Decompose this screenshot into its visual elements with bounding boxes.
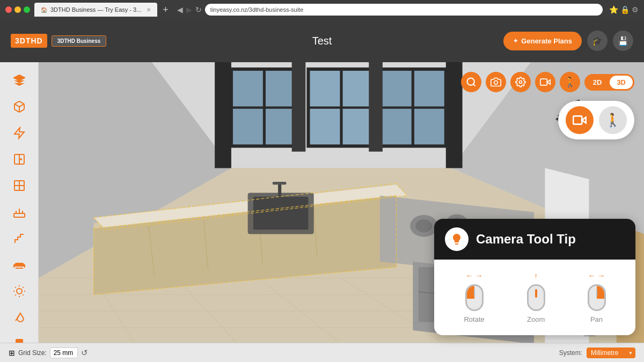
generate-plans-button[interactable]: ✦ Generate Plans <box>503 32 582 50</box>
layers-icon <box>13 74 26 87</box>
svg-line-18 <box>16 313 20 321</box>
mouse-zoom <box>527 284 545 311</box>
camera-walk-button[interactable]: 🚶 <box>599 106 627 134</box>
camera-video-button[interactable] <box>566 106 594 134</box>
ext-icon-1: ⭐ <box>609 5 618 14</box>
tool-camera-button[interactable] <box>486 72 506 92</box>
browser-nav-bar: ◀ ▶ ↻ tinyeasy.co.nz/3dthd-business-suit… <box>177 4 639 16</box>
browser-tab[interactable]: 🏠 3DTHD Business — Try Easy - 3... ✕ <box>34 3 157 17</box>
sidebar-icon-door[interactable] <box>8 148 31 171</box>
address-text: tinyeasy.co.nz/3dthd-business-suite <box>210 6 303 13</box>
sidebar-icon-window[interactable] <box>8 174 31 197</box>
scan-icon <box>466 77 477 87</box>
nav-refresh[interactable]: ↻ <box>195 5 202 14</box>
window-icon <box>13 179 26 192</box>
sidebar-icon-paint[interactable] <box>8 306 31 329</box>
tool-scan-button[interactable] <box>461 72 481 92</box>
tutorial-button[interactable]: 🎓 <box>587 31 608 51</box>
rotate-label: Rotate <box>464 315 484 323</box>
video-icon <box>540 77 551 87</box>
svg-line-16 <box>15 294 16 295</box>
tooltip-rotate: ← → Rotate <box>464 271 484 323</box>
sidebar-icon-layers[interactable] <box>8 69 31 92</box>
view-3d-button[interactable]: 3D <box>610 76 633 89</box>
light-icon <box>13 285 26 298</box>
pan-label: Pan <box>590 315 603 323</box>
reset-grid-button[interactable]: ↺ <box>81 348 88 358</box>
sidebar-icon-stairs[interactable] <box>8 227 31 250</box>
header-title: Test <box>312 35 332 47</box>
browser-dots <box>5 6 30 13</box>
tab-favicon: 🏠 <box>41 7 47 13</box>
tooltip-header: Camera Tool Tip <box>434 219 635 260</box>
door-icon <box>13 153 26 166</box>
viewport[interactable]: 🚶 2D 3D 🚶 <box>39 62 644 362</box>
tool-walk-button[interactable]: 🚶 <box>560 72 580 92</box>
cube-icon <box>13 100 26 113</box>
bottom-bar: ⊞ Grid Size: ↺ System: Millimetre Inch C… <box>0 343 644 362</box>
sidebar-icon-light[interactable] <box>8 280 31 303</box>
tooltip-zoom: ↑ Zoom <box>527 271 545 323</box>
svg-point-64 <box>415 219 432 233</box>
svg-marker-82 <box>547 80 550 84</box>
main-area: 🚶 2D 3D 🚶 <box>0 62 644 362</box>
tab-title: 3DTHD Business — Try Easy - 3... <box>50 6 141 13</box>
nav-back[interactable]: ◀ <box>177 5 183 14</box>
grid-label: Grid Size: <box>18 349 47 357</box>
svg-point-79 <box>467 78 474 85</box>
tag-icon <box>13 127 26 139</box>
svg-line-13 <box>23 294 23 295</box>
svg-rect-49 <box>369 62 383 152</box>
minimize-dot[interactable] <box>14 6 21 13</box>
close-dot[interactable] <box>5 6 12 13</box>
save-button[interactable]: 💾 <box>613 31 633 51</box>
svg-point-81 <box>519 81 522 84</box>
maximize-dot[interactable] <box>24 6 30 13</box>
system-label: System: <box>559 349 582 357</box>
stairs-icon <box>13 232 26 245</box>
app-header: 3DTHD 3DTHD Business Test ✦ Generate Pla… <box>0 19 644 62</box>
logo-area: 3DTHD 3DTHD Business <box>11 34 106 48</box>
rotate-arrows: ← → <box>466 271 483 280</box>
floor-icon <box>13 206 26 219</box>
grid-input[interactable] <box>50 348 78 358</box>
sofa-icon <box>13 258 26 271</box>
sidebar-icon-floor[interactable] <box>8 201 31 224</box>
camera-mode-switcher: 🚶 <box>558 101 634 139</box>
grid-icon: ⊞ <box>9 349 15 357</box>
arrow-right-icon: → <box>475 271 483 280</box>
tooltip-title: Camera Tool Tip <box>476 232 576 247</box>
view-2d-button[interactable]: 2D <box>586 76 609 89</box>
arrow-up-icon: ↑ <box>534 271 538 280</box>
left-sidebar <box>0 62 39 362</box>
svg-rect-50 <box>446 62 463 168</box>
tooltip-pan: ← → Pan <box>588 271 606 323</box>
sidebar-icon-sofa[interactable] <box>8 253 31 276</box>
tool-settings-button[interactable] <box>510 72 531 92</box>
mouse-rotate <box>465 284 484 311</box>
system-select[interactable]: Millimetre Inch Centimetre <box>587 348 635 358</box>
svg-point-80 <box>494 81 497 85</box>
new-tab-btn[interactable]: + <box>163 4 169 16</box>
svg-rect-86 <box>573 116 582 124</box>
sidebar-icon-tag[interactable] <box>8 121 31 144</box>
svg-line-17 <box>23 287 23 287</box>
sidebar-icon-cube[interactable] <box>8 95 31 118</box>
address-bar[interactable]: tinyeasy.co.nz/3dthd-business-suite <box>205 4 603 16</box>
svg-rect-59 <box>253 197 309 230</box>
bottom-right: System: Millimetre Inch Centimetre ▼ <box>559 348 635 358</box>
ext-icon-3: ⚙ <box>632 5 639 14</box>
view-toggle: 2D 3D <box>584 74 634 91</box>
pan-arrows: ← → <box>588 271 605 280</box>
pan-arrow-right-icon: → <box>598 271 605 280</box>
logo-3dthd: 3DTHD <box>11 34 47 48</box>
svg-point-4 <box>20 159 21 160</box>
svg-point-9 <box>17 289 22 294</box>
zoom-arrows: ↑ <box>534 271 538 280</box>
tab-close[interactable]: ✕ <box>147 7 151 13</box>
tool-video-button[interactable] <box>535 72 555 92</box>
nav-forward[interactable]: ▶ <box>186 5 192 14</box>
svg-rect-8 <box>14 213 25 217</box>
svg-rect-83 <box>540 79 547 85</box>
mouse-pan <box>588 284 606 311</box>
